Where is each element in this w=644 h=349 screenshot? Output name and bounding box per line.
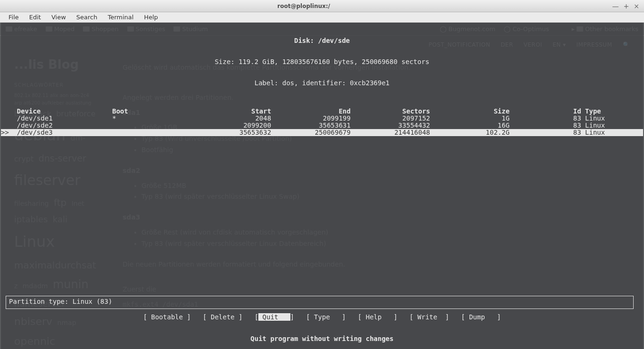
- close-icon[interactable]: ×: [634, 2, 639, 10]
- partition-row[interactable]: /dev/sde1 * 2048 2099199 2097152 1G 83 L…: [1, 115, 643, 122]
- menu-search[interactable]: Search: [72, 13, 102, 22]
- partition-row[interactable]: >> /dev/sde3 35653632 250069679 21441604…: [1, 129, 643, 136]
- partition-row[interactable]: /dev/sde2 2099200 35653631 33554432 16G …: [1, 122, 643, 129]
- menu-view[interactable]: View: [47, 13, 71, 22]
- window-titlebar: root@ploplinux:/ — + ×: [0, 0, 644, 12]
- cfdisk-actions[interactable]: [ Bootable ] [ Delete ] [ Quit ] [ Type …: [1, 314, 643, 321]
- menu-file[interactable]: File: [4, 13, 24, 22]
- action-delete[interactable]: [ Delete ]: [203, 313, 242, 321]
- window-title: root@ploplinux:/: [0, 3, 608, 9]
- action-dump[interactable]: [ Dump ]: [461, 313, 501, 321]
- action-hint: Quit program without writing changes: [1, 335, 643, 342]
- partition-table: Device Boot Start End Sectors Size Id Ty…: [1, 108, 643, 136]
- partition-info-box: Partition type: Linux (83): [6, 296, 634, 309]
- maximize-icon[interactable]: +: [624, 2, 629, 10]
- terminal-cfdisk[interactable]: Disk: /dev/sde Size: 119.2 GiB, 12803567…: [1, 23, 643, 349]
- partition-header: Device Boot Start End Sectors Size Id Ty…: [1, 108, 643, 115]
- action-bootable[interactable]: [ Bootable ]: [143, 313, 191, 321]
- action-quit[interactable]: Quit: [258, 313, 290, 321]
- partition-info-text: Partition type: Linux (83): [9, 298, 112, 305]
- disk-label: Label: dos, identifier: 0xcb2369e1: [1, 80, 643, 87]
- action-type[interactable]: [ Type ]: [306, 313, 346, 321]
- menu-terminal[interactable]: Terminal: [103, 13, 138, 22]
- action-help[interactable]: [ Help ]: [358, 313, 397, 321]
- menu-edit[interactable]: Edit: [25, 13, 46, 22]
- action-write[interactable]: [ Write ]: [409, 313, 449, 321]
- menu-help[interactable]: Help: [139, 13, 163, 22]
- disk-title: Disk: /dev/sde: [1, 37, 643, 44]
- minimize-icon[interactable]: —: [612, 2, 619, 10]
- menubar: FileEditViewSearchTerminalHelp: [0, 12, 644, 23]
- disk-size: Size: 119.2 GiB, 128035676160 bytes, 250…: [1, 58, 643, 65]
